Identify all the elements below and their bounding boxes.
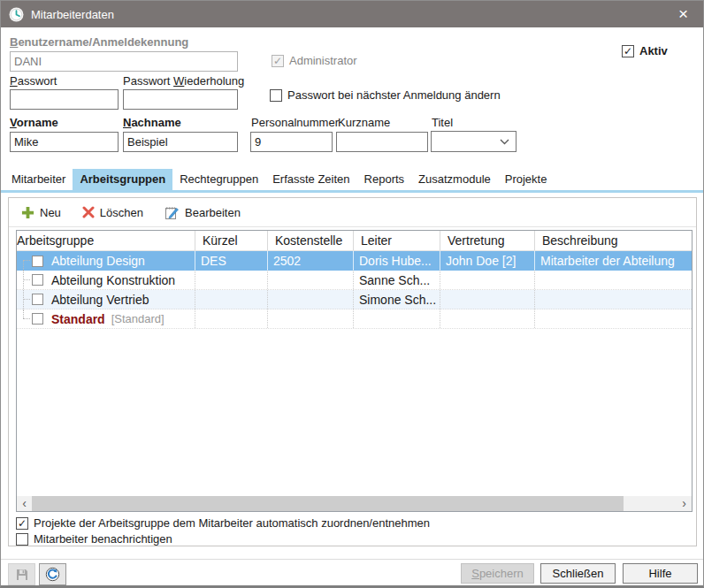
edit-icon (165, 205, 180, 220)
column-header-kuerzel[interactable]: Kürzel (195, 231, 268, 250)
loeschen-button[interactable]: Löschen (82, 206, 143, 219)
table-row[interactable]: Standard [Standard] (17, 309, 692, 329)
kurzname-label: Kurzname (338, 116, 390, 129)
chevron-down-icon (500, 139, 509, 145)
vorname-label: Vorname (10, 116, 58, 129)
window-title: Mitarbeiterdaten (31, 8, 114, 21)
username-label: Benutzername/Anmeldekennung (10, 35, 188, 49)
column-header-vertretung[interactable]: Vertretung (440, 231, 535, 250)
neu-button[interactable]: Neu (21, 206, 61, 219)
tab-bar: Mitarbeiter Arbeitsgruppen Rechtegruppen… (4, 169, 554, 190)
tab-reports[interactable]: Reports (357, 169, 412, 190)
tab-zusatzmodule[interactable]: Zusatzmodule (411, 169, 498, 190)
floppy-disk-icon (15, 568, 29, 582)
scroll-right-arrow-icon[interactable]: › (677, 496, 692, 511)
notify-label: Mitarbeiter benachrichtigen (34, 532, 172, 546)
close-button[interactable]: × (663, 1, 703, 27)
passwort-label: Passwort (10, 74, 57, 88)
administrator-checkbox: ✓ Administrator (272, 54, 357, 67)
passwort-aendern-label: Passwort bei nächster Anmeldung ändern (287, 88, 501, 102)
administrator-label: Administrator (289, 54, 357, 67)
username-input[interactable] (10, 51, 238, 72)
close-icon: × (678, 4, 688, 24)
kurzname-input[interactable] (336, 132, 428, 152)
nachname-input[interactable] (123, 132, 238, 152)
tree-connector (17, 290, 30, 309)
checkbox-check-icon: ✓ (622, 45, 634, 57)
personalnummer-label: Personalnummer (251, 116, 339, 129)
tab-mitarbeiter[interactable]: Mitarbeiter (4, 169, 73, 190)
table-row[interactable]: Abteilung Vertrieb Simone Sch... (17, 290, 692, 309)
active-tab-strip (1, 190, 704, 193)
passwort-wiederholung-label: Passwort Wiederholung (123, 74, 244, 88)
tree-connector (17, 251, 30, 271)
tab-arbeitsgruppen[interactable]: Arbeitsgruppen (73, 169, 172, 190)
table-row[interactable]: Abteilung Design DES 2502 Doris Hube... … (17, 251, 692, 271)
save-icon-button[interactable] (8, 563, 35, 585)
column-header-arbeitsgruppe[interactable]: Arbeitsgruppe (17, 231, 195, 250)
nachname-label: Nachname (123, 116, 181, 129)
tab-projekte[interactable]: Projekte (498, 169, 555, 190)
tab-rechtegruppen[interactable]: Rechtegruppen (172, 169, 265, 190)
bearbeiten-button[interactable]: Bearbeiten (165, 205, 241, 220)
passwort-input[interactable] (10, 89, 119, 110)
tree-connector (17, 309, 30, 328)
titel-select[interactable] (431, 131, 517, 152)
checkbox-check-icon: ✓ (16, 517, 28, 530)
vorname-input[interactable] (10, 132, 119, 152)
personalnummer-input[interactable] (250, 132, 333, 152)
title-bar: Mitarbeiterdaten × (1, 1, 703, 27)
table-row[interactable]: Abteilung Konstruktion Sanne Sch... (17, 271, 692, 290)
aktiv-label: Aktiv (639, 44, 668, 57)
hilfe-button[interactable]: Hilfe (623, 563, 698, 584)
scroll-left-arrow-icon[interactable]: ‹ (17, 496, 32, 511)
auto-assign-checkbox[interactable]: ✓ Projekte der Arbeitsgruppe dem Mitarbe… (16, 516, 430, 530)
clock-app-icon (9, 7, 24, 22)
standard-tag: [Standard] (111, 312, 165, 325)
arbeitsgruppen-table: Arbeitsgruppe Kürzel Kostenstelle Leiter… (16, 230, 693, 512)
checkbox-check-icon: ✓ (272, 55, 284, 67)
tree-connector (17, 271, 30, 289)
table-empty-area (17, 329, 692, 496)
circular-arrow-icon (45, 567, 60, 582)
plus-icon (21, 206, 34, 219)
speichern-button[interactable]: Speichern (461, 563, 534, 584)
row-checkbox[interactable] (32, 313, 43, 325)
mitarbeiterdaten-dialog: Mitarbeiterdaten × Benutzername/Anmeldek… (0, 0, 704, 588)
column-header-kostenstelle[interactable]: Kostenstelle (268, 231, 354, 250)
arbeitsgruppen-panel: Neu Löschen Bearbeiten Arbeitsgruppe (8, 197, 697, 546)
notify-checkbox[interactable]: Mitarbeiter benachrichtigen (16, 532, 172, 546)
horizontal-scrollbar[interactable]: ‹ › (17, 496, 692, 511)
passwort-aendern-checkbox[interactable]: Passwort bei nächster Anmeldung ändern (270, 88, 501, 102)
row-checkbox[interactable] (32, 274, 43, 286)
titel-label: Titel (432, 116, 453, 129)
row-checkbox[interactable] (32, 294, 43, 305)
table-toolbar: Neu Löschen Bearbeiten (9, 198, 696, 227)
tab-erfasste-zeiten[interactable]: Erfasste Zeiten (265, 169, 356, 190)
switch-user-icon-button[interactable] (39, 563, 66, 585)
column-header-beschreibung[interactable]: Beschreibung (535, 231, 692, 250)
delete-x-icon (82, 206, 95, 218)
scrollbar-thumb[interactable] (32, 496, 624, 511)
column-header-leiter[interactable]: Leiter (354, 231, 440, 250)
footer-divider (1, 559, 703, 560)
table-header: Arbeitsgruppe Kürzel Kostenstelle Leiter… (17, 231, 692, 251)
schliessen-button[interactable]: Schließen (540, 563, 616, 584)
passwort-wiederholung-input[interactable] (123, 89, 238, 110)
aktiv-checkbox[interactable]: ✓ Aktiv (622, 44, 668, 57)
auto-assign-label: Projekte der Arbeitsgruppe dem Mitarbeit… (34, 516, 430, 530)
row-checkbox[interactable] (32, 256, 43, 267)
